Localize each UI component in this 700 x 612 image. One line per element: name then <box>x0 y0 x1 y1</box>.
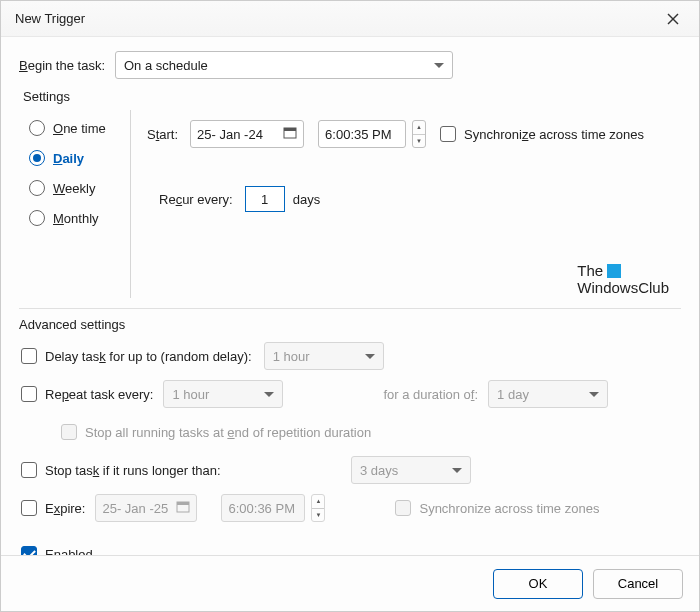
expire-sync-checkbox <box>395 500 411 516</box>
calendar-dropdown-icon[interactable] <box>283 126 297 143</box>
spin-down-icon[interactable]: ▼ <box>413 135 425 148</box>
expire-time-spinner[interactable]: ▲▼ <box>311 494 325 522</box>
radio-label: Daily <box>53 151 84 166</box>
chevron-down-icon <box>452 468 462 473</box>
start-date-value: 25- Jan -24 <box>197 127 263 142</box>
svg-rect-5 <box>177 502 189 505</box>
spin-down-icon[interactable]: ▼ <box>312 509 324 522</box>
spin-up-icon[interactable]: ▲ <box>312 495 324 509</box>
radio-icon <box>29 120 45 136</box>
stop-task-checkbox[interactable] <box>21 462 37 478</box>
window-title: New Trigger <box>15 11 85 26</box>
separator <box>19 308 681 309</box>
delay-checkbox[interactable] <box>21 348 37 364</box>
svg-rect-3 <box>284 128 296 131</box>
delay-label: Delay task for up to (random delay): <box>45 349 252 364</box>
expire-date-value: 25- Jan -25 <box>102 501 168 516</box>
sync-timezone-checkbox[interactable] <box>440 126 456 142</box>
sync-timezone-label: Synchronize across time zones <box>464 127 644 142</box>
delay-value: 1 hour <box>273 349 310 364</box>
radio-weekly[interactable]: Weekly <box>29 180 130 196</box>
repeat-duration-label: for a duration of: <box>383 387 478 402</box>
start-date-input[interactable]: 25- Jan -24 <box>190 120 304 148</box>
delay-combo[interactable]: 1 hour <box>264 342 384 370</box>
settings-label: Settings <box>23 89 681 104</box>
radio-daily[interactable]: Daily <box>29 150 130 166</box>
chevron-down-icon <box>264 392 274 397</box>
expire-date-input[interactable]: 25- Jan -25 <box>95 494 197 522</box>
recur-row: Recur every: 1 days <box>147 186 681 212</box>
new-trigger-dialog: New Trigger Begin the task: On a schedul… <box>0 0 700 612</box>
close-icon <box>667 13 679 25</box>
enabled-label: Enabled <box>45 547 93 556</box>
recur-input[interactable]: 1 <box>245 186 285 212</box>
stop-task-label: Stop task if it runs longer than: <box>45 463 221 478</box>
begin-task-value: On a schedule <box>124 58 208 73</box>
repeat-duration-value: 1 day <box>497 387 529 402</box>
start-time-input[interactable]: 6:00:35 PM <box>318 120 406 148</box>
title-bar: New Trigger <box>1 1 699 37</box>
repeat-value: 1 hour <box>172 387 209 402</box>
repeat-label: Repeat task every: <box>45 387 153 402</box>
radio-icon <box>29 150 45 166</box>
begin-task-label: Begin the task: <box>19 58 105 73</box>
enabled-checkbox[interactable] <box>21 546 37 555</box>
expire-row: Expire: 25- Jan -25 6:00:36 PM ▲▼ Synchr… <box>21 494 681 522</box>
repeat-checkbox[interactable] <box>21 386 37 402</box>
stop-repetition-checkbox <box>61 424 77 440</box>
recur-value: 1 <box>261 192 268 207</box>
watermark-square-icon <box>607 264 621 278</box>
begin-task-row: Begin the task: On a schedule <box>19 51 681 79</box>
frequency-column: One time Daily Weekly Monthly <box>19 110 131 298</box>
ok-button[interactable]: OK <box>493 569 583 599</box>
repeat-row: Repeat task every: 1 hour for a duration… <box>21 380 681 408</box>
start-row: Start: 25- Jan -24 6:00:35 PM ▲▼ <box>147 120 681 148</box>
repeat-combo[interactable]: 1 hour <box>163 380 283 408</box>
cancel-button[interactable]: Cancel <box>593 569 683 599</box>
expire-sync-label: Synchronize across time zones <box>419 501 599 516</box>
expire-time-input[interactable]: 6:00:36 PM <box>221 494 305 522</box>
begin-task-combo[interactable]: On a schedule <box>115 51 453 79</box>
repeat-duration-combo[interactable]: 1 day <box>488 380 608 408</box>
calendar-dropdown-icon[interactable] <box>176 500 190 517</box>
expire-label: Expire: <box>45 501 85 516</box>
close-button[interactable] <box>651 4 695 34</box>
delay-row: Delay task for up to (random delay): 1 h… <box>21 342 681 370</box>
chevron-down-icon <box>365 354 375 359</box>
radio-label: Weekly <box>53 181 95 196</box>
footer: OK Cancel <box>1 555 699 611</box>
stop-task-combo[interactable]: 3 days <box>351 456 471 484</box>
chevron-down-icon <box>434 63 444 68</box>
radio-label: Monthly <box>53 211 99 226</box>
stop-repetition-label: Stop all running tasks at end of repetit… <box>85 425 371 440</box>
radio-monthly[interactable]: Monthly <box>29 210 130 226</box>
radio-icon <box>29 180 45 196</box>
spin-up-icon[interactable]: ▲ <box>413 121 425 135</box>
detail-column: Start: 25- Jan -24 6:00:35 PM ▲▼ <box>131 110 681 298</box>
stop-task-value: 3 days <box>360 463 398 478</box>
sync-timezone-row: Synchronize across time zones <box>440 126 644 142</box>
start-time-value: 6:00:35 PM <box>325 127 392 142</box>
enabled-row: Enabled <box>21 540 681 555</box>
stop-repetition-row: Stop all running tasks at end of repetit… <box>61 418 681 446</box>
chevron-down-icon <box>589 392 599 397</box>
watermark: The WindowsClub <box>577 263 669 296</box>
radio-label: One time <box>53 121 106 136</box>
radio-one-time[interactable]: One time <box>29 120 130 136</box>
settings-area: One time Daily Weekly Monthly Start: <box>19 110 681 298</box>
radio-icon <box>29 210 45 226</box>
expire-sync-row: Synchronize across time zones <box>395 500 599 516</box>
expire-time-value: 6:00:36 PM <box>228 501 295 516</box>
expire-checkbox[interactable] <box>21 500 37 516</box>
recur-unit: days <box>293 192 320 207</box>
start-label: Start: <box>147 127 178 142</box>
recur-label: Recur every: <box>159 192 233 207</box>
advanced-settings-label: Advanced settings <box>19 317 681 332</box>
start-time-spinner[interactable]: ▲▼ <box>412 120 426 148</box>
stop-task-row: Stop task if it runs longer than: 3 days <box>21 456 681 484</box>
